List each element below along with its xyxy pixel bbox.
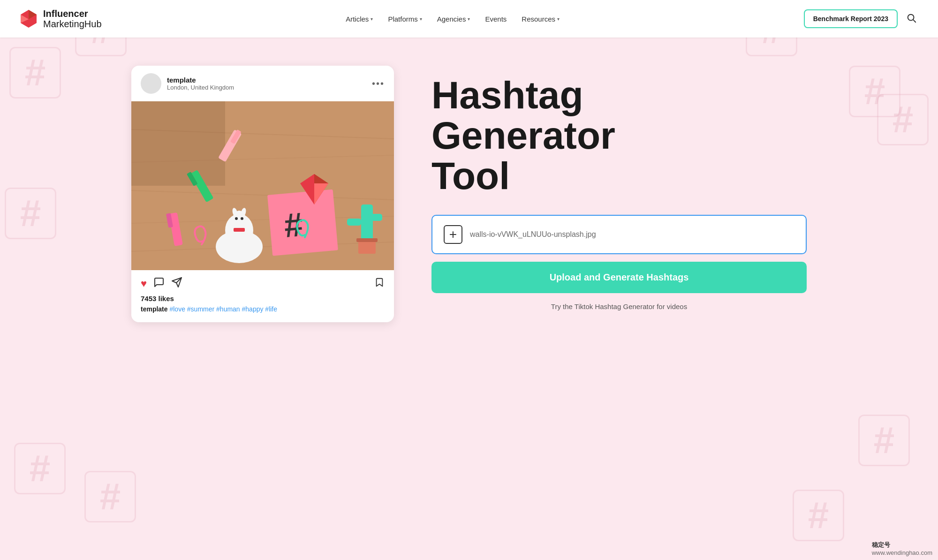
svg-point-32 xyxy=(241,217,243,220)
nav-item-articles[interactable]: Articles ▾ xyxy=(339,11,379,27)
caption-username: template xyxy=(141,305,168,313)
card-user-info: template London, United Kingdom xyxy=(141,73,234,94)
comment-button[interactable] xyxy=(153,277,165,291)
watermark: 稳定号 www.wendinghao.com xyxy=(872,541,932,556)
search-icon xyxy=(906,13,916,23)
logo[interactable]: Influencer MarketingHub xyxy=(19,8,102,29)
card-caption: template #love #summer #human #happy #li… xyxy=(131,305,394,322)
add-file-icon: + xyxy=(444,225,462,244)
nav-item-resources[interactable]: Resources ▾ xyxy=(515,11,566,27)
nav-item-events[interactable]: Events xyxy=(478,11,513,27)
chevron-down-icon: ▾ xyxy=(468,16,470,22)
post-image-svg: # xyxy=(131,101,394,270)
search-button[interactable] xyxy=(903,10,919,28)
card-header: template London, United Kingdom ••• xyxy=(131,66,394,101)
user-details: template London, United Kingdom xyxy=(167,76,234,91)
bookmark-button[interactable] xyxy=(374,277,385,290)
chevron-down-icon: ▾ xyxy=(371,16,373,22)
location: London, United Kingdom xyxy=(167,84,234,91)
instagram-card: template London, United Kingdom ••• xyxy=(131,66,394,322)
caption-hashtags: #love #summer #human #happy #life xyxy=(169,305,277,313)
svg-rect-33 xyxy=(234,228,245,232)
share-icon xyxy=(171,277,182,288)
nav-item-agencies[interactable]: Agencies ▾ xyxy=(431,11,477,27)
card-actions: ♥ xyxy=(131,270,394,295)
card-image: # xyxy=(131,101,394,270)
logo-icon xyxy=(19,9,38,29)
nav-links: Articles ▾ Platforms ▾ Agencies ▾ Events… xyxy=(339,11,566,27)
nav-right: Benchmark Report 2023 xyxy=(804,9,919,28)
avatar xyxy=(141,73,161,94)
upload-generate-button[interactable]: Upload and Generate Hashtags xyxy=(431,262,807,293)
chevron-down-icon: ▾ xyxy=(420,16,422,22)
likes-count: 7453 likes xyxy=(131,295,394,305)
svg-rect-11 xyxy=(131,101,225,186)
more-options-button[interactable]: ••• xyxy=(372,78,385,89)
comment-icon xyxy=(153,277,165,288)
right-content: Hashtag Generator Tool + walls-io-vVWK_u… xyxy=(431,66,807,310)
navbar: Influencer MarketingHub Articles ▾ Platf… xyxy=(0,0,938,38)
main-content: template London, United Kingdom ••• xyxy=(94,38,844,350)
bookmark-icon xyxy=(374,277,385,288)
nav-item-platforms[interactable]: Platforms ▾ xyxy=(381,11,428,27)
benchmark-report-button[interactable]: Benchmark Report 2023 xyxy=(804,9,898,28)
svg-rect-25 xyxy=(347,219,361,226)
tiktok-link-text: Try the Tiktok Hashtag Generator for vid… xyxy=(431,303,807,310)
page-title: Hashtag Generator Tool xyxy=(431,75,807,196)
svg-text:#: # xyxy=(282,205,304,244)
svg-point-31 xyxy=(235,217,238,220)
svg-rect-23 xyxy=(361,204,373,242)
share-button[interactable] xyxy=(171,277,182,291)
svg-line-4 xyxy=(913,20,915,22)
svg-rect-27 xyxy=(356,238,378,242)
file-upload-box[interactable]: + walls-io-vVWK_uLNUUo-unsplash.jpg xyxy=(431,215,807,254)
like-button[interactable]: ♥ xyxy=(141,278,147,290)
username: template xyxy=(167,76,234,84)
svg-rect-24 xyxy=(368,214,382,221)
chevron-down-icon: ▾ xyxy=(557,16,560,22)
logo-text: Influencer MarketingHub xyxy=(43,8,102,29)
upload-filename: walls-io-vVWK_uLNUUo-unsplash.jpg xyxy=(470,230,596,239)
